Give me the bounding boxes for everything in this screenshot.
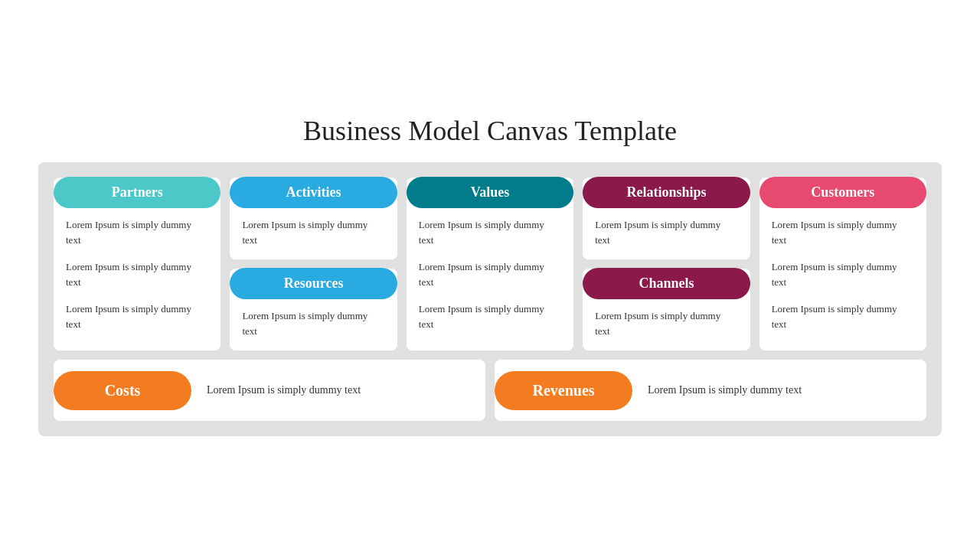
body-costs: Lorem Ipsum is simply dummy text xyxy=(191,384,376,396)
customers-text-2: Lorem Ipsum is simply dummy text xyxy=(772,259,914,289)
card-customers: Customers Lorem Ipsum is simply dummy te… xyxy=(760,178,926,350)
slide: Business Model Canvas Template Partners … xyxy=(38,115,942,436)
bottom-section: Costs Lorem Ipsum is simply dummy text R… xyxy=(54,360,926,421)
body-revenues: Lorem Ipsum is simply dummy text xyxy=(632,384,817,396)
body-partners: Lorem Ipsum is simply dummy text Lorem I… xyxy=(54,196,220,350)
header-activities: Activities xyxy=(230,177,397,208)
body-values: Lorem Ipsum is simply dummy text Lorem I… xyxy=(407,196,573,350)
col-relationships: Relationships Lorem Ipsum is simply dumm… xyxy=(583,178,750,350)
card-resources: Resources Lorem Ipsum is simply dummy te… xyxy=(230,269,397,350)
header-partners: Partners xyxy=(54,177,220,208)
canvas-container: Partners Lorem Ipsum is simply dummy tex… xyxy=(38,162,942,436)
header-resources: Resources xyxy=(230,268,397,299)
relationships-text-1: Lorem Ipsum is simply dummy text xyxy=(595,217,737,247)
channels-text-1: Lorem Ipsum is simply dummy text xyxy=(595,308,737,338)
values-text-2: Lorem Ipsum is simply dummy text xyxy=(419,259,561,289)
card-revenues: Revenues Lorem Ipsum is simply dummy tex… xyxy=(495,360,926,421)
partners-text-3: Lorem Ipsum is simply dummy text xyxy=(66,302,208,331)
card-relationships: Relationships Lorem Ipsum is simply dumm… xyxy=(583,178,750,259)
header-relationships: Relationships xyxy=(583,177,750,208)
page-title: Business Model Canvas Template xyxy=(38,115,942,147)
card-activities: Activities Lorem Ipsum is simply dummy t… xyxy=(230,178,397,259)
partners-text-2: Lorem Ipsum is simply dummy text xyxy=(66,259,208,289)
partners-text-1: Lorem Ipsum is simply dummy text xyxy=(66,217,208,247)
header-values: Values xyxy=(407,177,573,208)
header-customers: Customers xyxy=(760,177,926,208)
card-partners: Partners Lorem Ipsum is simply dummy tex… xyxy=(54,178,220,350)
values-text-3: Lorem Ipsum is simply dummy text xyxy=(419,302,561,331)
customers-text-3: Lorem Ipsum is simply dummy text xyxy=(772,302,914,331)
revenues-text: Lorem Ipsum is simply dummy text xyxy=(648,384,802,396)
header-revenues: Revenues xyxy=(495,371,632,410)
card-costs: Costs Lorem Ipsum is simply dummy text xyxy=(54,360,485,421)
values-text-1: Lorem Ipsum is simply dummy text xyxy=(419,217,561,247)
header-channels: Channels xyxy=(583,268,750,299)
card-channels: Channels Lorem Ipsum is simply dummy tex… xyxy=(583,269,750,350)
customers-text-1: Lorem Ipsum is simply dummy text xyxy=(772,217,914,247)
header-costs: Costs xyxy=(54,371,191,410)
costs-text: Lorem Ipsum is simply dummy text xyxy=(207,384,361,396)
activities-text-1: Lorem Ipsum is simply dummy text xyxy=(242,217,384,247)
body-customers: Lorem Ipsum is simply dummy text Lorem I… xyxy=(760,196,926,350)
resources-text-1: Lorem Ipsum is simply dummy text xyxy=(242,308,384,338)
top-section: Partners Lorem Ipsum is simply dummy tex… xyxy=(54,178,926,350)
card-values: Values Lorem Ipsum is simply dummy text … xyxy=(407,178,573,350)
col-activities: Activities Lorem Ipsum is simply dummy t… xyxy=(230,178,397,350)
